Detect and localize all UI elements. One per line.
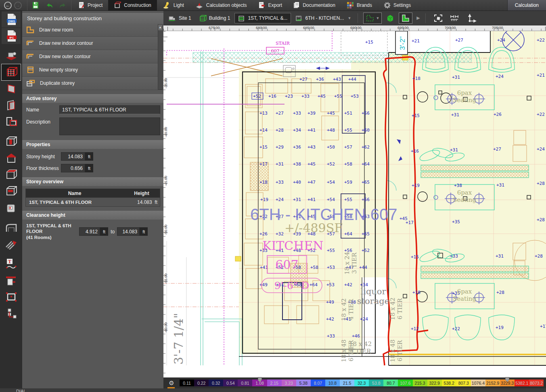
chevron-down-icon[interactable]: ▼ <box>347 16 351 20</box>
save-icon[interactable] <box>30 1 41 10</box>
svg-text:+/-489SF: +/-489SF <box>285 221 343 235</box>
column-tool-icon[interactable] <box>2 134 21 150</box>
tab-light[interactable]: Light <box>157 0 190 10</box>
opening-tool-icon[interactable] <box>2 220 21 236</box>
organisation-tree-tool-icon[interactable] <box>2 306 21 322</box>
illuminance-value: +33 <box>450 254 458 259</box>
measure-button[interactable] <box>448 13 463 24</box>
storey-name-input[interactable] <box>59 105 160 114</box>
clearance-to-input[interactable] <box>117 227 140 236</box>
wall-tool-icon[interactable] <box>2 81 21 97</box>
draw-new-outer-contour-button[interactable]: Draw new outer contour <box>22 50 163 63</box>
name-label: Name <box>26 105 59 113</box>
scale-value: 5.38 <box>296 379 311 386</box>
zoom-fit-button[interactable] <box>431 13 445 24</box>
floor-thickness-input[interactable] <box>61 164 85 172</box>
ceiling-tool-icon[interactable] <box>2 167 21 183</box>
duplicate-storey-button[interactable]: Duplicate storey <box>22 77 163 90</box>
draw-new-room-button[interactable]: Draw new room <box>22 23 163 37</box>
storey-height-label: Storey height <box>26 152 61 159</box>
svg-text:18 x 24: 18 x 24 <box>343 252 351 275</box>
tab-construction[interactable]: Construction <box>108 0 157 10</box>
breadcrumb-site[interactable]: Site 1 <box>165 13 195 23</box>
site-tool-icon[interactable] <box>2 48 21 64</box>
window-tool-icon[interactable] <box>2 183 21 199</box>
stair-dashed-outline <box>341 31 387 55</box>
illuminance-value: +64 <box>310 282 318 287</box>
breadcrumb-storey[interactable]: 1ST, TYPICAL &... <box>235 13 291 23</box>
plan-2d-icon <box>401 14 410 22</box>
svg-text:STAIR: STAIR <box>276 41 290 46</box>
tab-project[interactable]: Project <box>73 0 108 10</box>
illuminance-value: +41 <box>308 197 316 202</box>
view-3d-button[interactable] <box>384 13 397 24</box>
new-empty-storey-button[interactable]: New empty storey <box>22 63 163 77</box>
undo-icon[interactable] <box>44 1 54 10</box>
svg-text:607: 607 <box>275 258 298 272</box>
plan-canvas[interactable]: +27+36+43+44+52+16+23+33+45+55+53+13+27+… <box>163 31 546 377</box>
roof-tool-icon[interactable] <box>2 150 21 166</box>
door-tool-icon[interactable] <box>2 97 21 113</box>
breadcrumb-room[interactable]: 6TH - KITCHEN... ▼ <box>292 13 354 23</box>
clearance-to-unit: ft <box>140 227 148 236</box>
illuminance-value: +53 <box>327 265 335 270</box>
text-spline-tool-icon[interactable]: T <box>2 256 21 272</box>
object-tool-icon[interactable] <box>2 200 21 216</box>
storey-height-input[interactable] <box>61 152 85 161</box>
view-toolbar: Site 1 Building 1 1ST, TYPICAL &... 6TH … <box>163 11 546 25</box>
tab-settings[interactable]: Settings <box>378 0 416 10</box>
illuminance-value: +27 <box>299 77 308 82</box>
site-icon <box>168 15 176 21</box>
table-row[interactable]: 1ST, TYPICAL & 6TH FLOOR 14.083 ft <box>26 197 160 206</box>
illuminance-value: +52 <box>327 161 335 167</box>
illuminance-value: +53 <box>351 94 359 99</box>
tab-calculation-objects[interactable]: Calculation objects <box>190 0 253 10</box>
illuminance-value: +59 <box>344 180 352 185</box>
clearance-from-input[interactable] <box>79 227 100 236</box>
calculation-surface-tool-icon[interactable] <box>2 289 21 305</box>
ruler-label: 690.00 <box>350 26 362 30</box>
illuminance-value: +22 <box>452 326 460 331</box>
illuminance-value: +64 <box>362 161 370 167</box>
construction-tool-strip: DWG IFC <box>0 11 22 388</box>
tab-export[interactable]: Export <box>253 0 288 10</box>
draw-new-indoor-contour-button[interactable]: Draw new indoor contour <box>22 37 163 50</box>
illuminance-value: +16 <box>268 94 276 99</box>
toolbar-divider <box>71 0 71 10</box>
redo-icon[interactable] <box>58 1 68 10</box>
svg-text:18 x 42: 18 x 42 <box>340 298 347 321</box>
storey-description-input[interactable] <box>59 117 160 135</box>
view-2d-button[interactable] <box>399 13 412 23</box>
liquor-storage-label: liquorstorage <box>357 287 389 306</box>
counter-hatch <box>421 172 529 178</box>
storey-tool-icon[interactable] <box>2 64 21 80</box>
import-ifc-icon[interactable]: IFC <box>2 28 21 44</box>
move-origin-button[interactable] <box>465 13 479 24</box>
cutout-tool-icon[interactable] <box>2 236 21 252</box>
view-next-button[interactable]: ▶ <box>414 14 422 22</box>
calculation-button[interactable]: Calculation <box>507 0 546 10</box>
assessment-zone-tool-icon[interactable] <box>2 273 21 289</box>
back-button[interactable]: ← <box>4 2 12 9</box>
illuminance-value: +28 <box>537 181 545 186</box>
tab-documentation[interactable]: Documentation <box>288 0 341 10</box>
forward-button[interactable]: → <box>14 2 22 9</box>
room-contour-tool-icon[interactable] <box>2 114 21 130</box>
illuminance-value: +60 <box>362 128 370 133</box>
scroll-up-arrow[interactable]: ▲ <box>158 25 162 30</box>
horizontal-ruler: 675.00680.00685.00690.00695.00700.00705.… <box>163 25 546 31</box>
ruler-label: 675.00 <box>209 26 220 30</box>
illuminance-value: +21 <box>412 38 420 44</box>
tab-brands[interactable]: Brands <box>341 0 378 10</box>
scale-settings-icon[interactable]: ⚙ <box>163 379 180 387</box>
toolbar-divider <box>358 13 358 23</box>
breadcrumb-building[interactable]: Building 1 <box>196 13 234 23</box>
scale-swatches[interactable]: 0.110.220.320.540.811.082.153.235.388.07… <box>180 379 544 386</box>
action-list-scrollbar[interactable]: ▲ <box>158 24 163 90</box>
ruler-label: 700.00 <box>445 26 456 30</box>
view-mode-plan-button[interactable]: ▼ <box>364 13 381 23</box>
scale-value: 10.8 <box>325 379 340 386</box>
import-dwg-icon[interactable]: DWG <box>2 11 21 27</box>
chevron-down-icon[interactable]: ▼ <box>376 16 379 20</box>
room-icon <box>295 15 303 21</box>
